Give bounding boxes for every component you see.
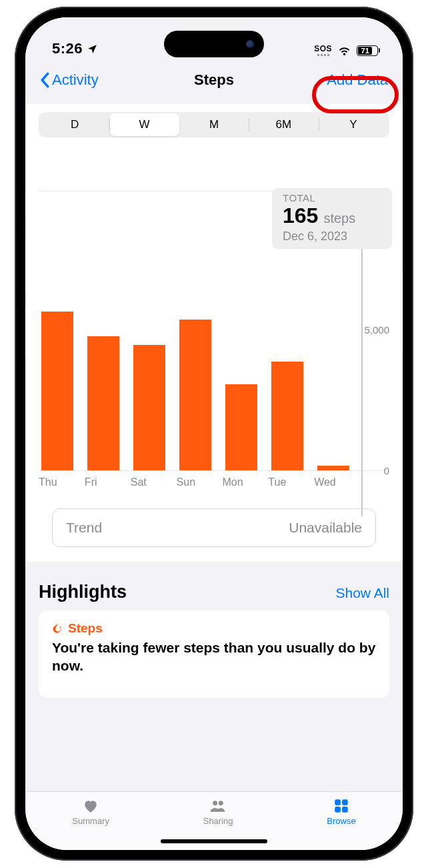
bar — [271, 362, 303, 471]
svg-rect-5 — [342, 807, 348, 813]
total-date: Dec 6, 2023 — [283, 230, 384, 244]
y-tick-label: 0 — [384, 465, 389, 476]
page-title: Steps — [194, 71, 234, 89]
segment-w[interactable]: W — [109, 113, 179, 136]
people-icon — [208, 797, 228, 815]
callout-stem — [361, 247, 363, 516]
heart-icon — [81, 797, 101, 815]
segment-y[interactable]: Y — [319, 113, 388, 136]
section-title: Highlights — [39, 582, 127, 602]
bar — [41, 312, 73, 471]
svg-rect-2 — [335, 799, 341, 805]
sos-indicator: SOS — [314, 45, 332, 56]
nav-bar: Activity Steps Add Data — [25, 61, 403, 99]
highlight-card[interactable]: Steps You're taking fewer steps than you… — [39, 610, 389, 698]
x-tick-label: Thu — [39, 476, 77, 488]
highlight-category: Steps — [68, 621, 103, 636]
trend-label: Trend — [66, 520, 102, 536]
gridline — [39, 470, 389, 471]
bar-mon[interactable] — [222, 191, 260, 471]
time-range-segmented[interactable]: DWM6MY — [39, 112, 389, 137]
x-tick-label: Tue — [268, 476, 306, 488]
status-time: 5:26 — [52, 40, 83, 57]
wifi-icon — [337, 43, 351, 57]
bar-sun[interactable] — [177, 191, 215, 471]
total-unit: steps — [323, 211, 355, 226]
tab-label: Browse — [327, 816, 355, 826]
show-all-button[interactable]: Show All — [335, 585, 389, 601]
back-label: Activity — [52, 71, 99, 89]
segment-d[interactable]: D — [40, 113, 109, 136]
grid-icon — [331, 797, 351, 815]
add-data-button[interactable]: Add Data — [327, 71, 388, 89]
svg-rect-3 — [342, 799, 348, 805]
home-indicator[interactable] — [161, 839, 267, 843]
tab-label: Sharing — [203, 816, 233, 826]
bar — [133, 345, 165, 471]
tab-browse[interactable]: Browse — [327, 797, 355, 826]
dynamic-island — [164, 31, 264, 57]
chart-area: TOTAL 165 steps Dec 6, 2023 10,000 5,000 — [39, 191, 389, 488]
chevron-left-icon — [40, 72, 51, 88]
screen: 5:26 SOS 71 Activity Steps — [25, 17, 403, 850]
trend-row[interactable]: Trend Unavailable — [52, 508, 376, 547]
total-callout: TOTAL 165 steps Dec 6, 2023 — [272, 188, 392, 249]
tab-summary[interactable]: Summary — [72, 797, 109, 826]
chart-card: DWM6MY TOTAL 165 steps Dec 6, 2023 — [25, 104, 403, 562]
back-button[interactable]: Activity — [40, 71, 99, 89]
bar-thu[interactable] — [39, 191, 77, 471]
content-scroll[interactable]: DWM6MY TOTAL 165 steps Dec 6, 2023 — [25, 99, 403, 791]
tab-label: Summary — [72, 816, 109, 826]
segment-6m[interactable]: 6M — [249, 113, 318, 136]
highlight-text: You're taking fewer steps than you usual… — [52, 638, 376, 675]
x-tick-label: Wed — [314, 476, 352, 488]
x-tick-label: Sun — [177, 476, 215, 488]
x-tick-label: Fri — [85, 476, 123, 488]
battery-indicator: 71 — [357, 45, 380, 56]
phone-frame: 5:26 SOS 71 Activity Steps — [15, 7, 413, 861]
segment-m[interactable]: M — [179, 113, 249, 136]
total-label: TOTAL — [283, 192, 384, 203]
tab-sharing[interactable]: Sharing — [203, 797, 233, 826]
y-tick-label: 5,000 — [364, 324, 389, 336]
total-value: 165 — [283, 203, 318, 228]
bar — [225, 384, 257, 471]
location-icon — [87, 43, 98, 55]
flame-icon — [52, 622, 64, 634]
svg-rect-4 — [335, 807, 341, 813]
bar-sat[interactable] — [131, 191, 169, 471]
x-axis-labels: ThuFriSatSunMonTueWed — [39, 471, 389, 488]
svg-point-0 — [213, 801, 217, 805]
highlights-section: Highlights Show All Steps You're taking … — [25, 582, 403, 698]
x-tick-label: Sat — [131, 476, 169, 488]
x-tick-label: Mon — [222, 476, 260, 488]
bar — [179, 320, 211, 471]
svg-point-1 — [219, 801, 223, 805]
bar — [87, 336, 119, 471]
bar-fri[interactable] — [85, 191, 123, 471]
trend-value: Unavailable — [289, 520, 362, 536]
